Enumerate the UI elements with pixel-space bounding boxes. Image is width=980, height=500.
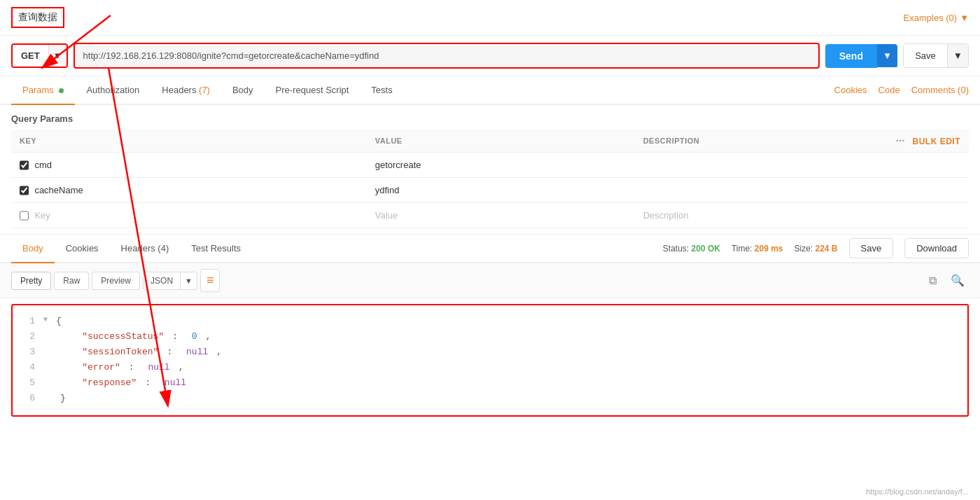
- json-line-1: 1 ▼ {: [24, 314, 956, 329]
- body-toolbar-left: Pretty Raw Preview JSON ▼ ≡: [11, 269, 220, 292]
- tab-body[interactable]: Body: [221, 76, 265, 104]
- save-button[interactable]: Save: [904, 44, 947, 67]
- col-header-key: KEY: [11, 130, 367, 153]
- chevron-down-icon: ▼: [960, 13, 969, 23]
- url-input-wrapper: [74, 43, 820, 69]
- response-bar: Body Cookies Headers (4) Test Results St…: [0, 235, 980, 263]
- json-line-4: 4 "error" : null ,: [24, 360, 956, 375]
- format-label: JSON: [144, 272, 181, 289]
- row2-key-input[interactable]: [34, 185, 358, 195]
- response-meta: Status: 200 OK Time: 209 ms Size: 224 B …: [663, 238, 969, 258]
- response-download-button[interactable]: Download: [904, 238, 969, 258]
- json-line-2: 2 "successStatus" : 0 ,: [24, 329, 956, 345]
- request-tabs-row: Params Authorization Headers (7) Body Pr…: [0, 76, 980, 105]
- row1-key-input[interactable]: [34, 160, 358, 170]
- comments-link[interactable]: Comments (0): [911, 85, 969, 95]
- url-bar: GET ▼ Send ▼ Save ▼: [0, 36, 980, 76]
- table-row-placeholder: [11, 203, 969, 228]
- url-input[interactable]: [75, 44, 818, 67]
- wrap-button[interactable]: ≡: [200, 269, 220, 292]
- query-params-title: Query Params: [11, 113, 969, 124]
- format-dropdown[interactable]: ▼: [181, 273, 197, 289]
- time-info: Time: 209 ms: [732, 244, 783, 254]
- row3-checkbox[interactable]: [20, 211, 29, 221]
- json-line-6: 6 }: [24, 391, 956, 406]
- row2-value-input[interactable]: [375, 185, 626, 195]
- cookies-link[interactable]: Cookies: [834, 85, 867, 95]
- response-tab-body[interactable]: Body: [11, 235, 55, 263]
- code-link[interactable]: Code: [878, 85, 900, 95]
- copy-icon[interactable]: ⧉: [925, 271, 941, 290]
- row1-checkbox[interactable]: [20, 160, 29, 170]
- format-select-group: JSON ▼: [143, 272, 197, 290]
- response-tab-cookies[interactable]: Cookies: [55, 235, 110, 262]
- row2-desc-input[interactable]: [643, 185, 879, 195]
- tab-tests[interactable]: Tests: [360, 76, 403, 104]
- tab-pre-request-script[interactable]: Pre-request Script: [265, 76, 360, 104]
- send-btn-group: Send ▼: [825, 44, 897, 68]
- top-bar: 查询数据 Examples (0) ▼: [0, 0, 980, 36]
- response-tab-headers[interactable]: Headers (4): [110, 235, 181, 262]
- col-header-actions: ··· Bulk Edit: [888, 130, 969, 153]
- save-btn-group: Save ▼: [903, 43, 969, 68]
- view-raw-button[interactable]: Raw: [54, 272, 89, 290]
- request-tabs-left: Params Authorization Headers (7) Body Pr…: [11, 76, 404, 104]
- time-value: 209 ms: [755, 244, 783, 254]
- row3-desc-input[interactable]: [643, 210, 879, 221]
- tab-headers[interactable]: Headers (7): [150, 76, 221, 104]
- row2-checkbox[interactable]: [20, 186, 29, 195]
- json-output: 1 ▼ { 2 "successStatus" : 0 , 3 "session…: [11, 304, 969, 417]
- send-dropdown-button[interactable]: ▼: [877, 44, 897, 67]
- method-label: GET: [13, 45, 48, 67]
- view-preview-button[interactable]: Preview: [92, 272, 140, 290]
- body-toolbar-right: ⧉ 🔍: [925, 271, 969, 290]
- row3-value-input[interactable]: [375, 210, 626, 221]
- json-line-5: 5 "response" : null: [24, 375, 956, 391]
- request-tabs-right: Cookies Code Comments (0): [834, 85, 969, 95]
- view-pretty-button[interactable]: Pretty: [11, 272, 51, 290]
- params-table: KEY VALUE DESCRIPTION ··· Bulk Edit: [11, 130, 969, 228]
- response-tabs: Body Cookies Headers (4) Test Results: [11, 235, 252, 262]
- method-dropdown-btn[interactable]: ▼: [48, 45, 66, 67]
- body-toolbar: Pretty Raw Preview JSON ▼ ≡ ⧉ 🔍: [0, 263, 980, 298]
- send-button[interactable]: Send: [825, 44, 877, 68]
- col-header-description: DESCRIPTION: [635, 130, 888, 153]
- page-title: 查询数据: [11, 7, 64, 28]
- tab-authorization[interactable]: Authorization: [75, 76, 150, 104]
- status-info: Status: 200 OK: [663, 244, 720, 254]
- tab-params[interactable]: Params: [11, 76, 75, 105]
- json-line-3: 3 "sessionToken" : null ,: [24, 345, 956, 360]
- method-select[interactable]: GET ▼: [11, 43, 68, 68]
- row1-value-input[interactable]: [375, 160, 626, 170]
- row1-desc-input[interactable]: [643, 160, 879, 170]
- examples-link[interactable]: Examples (0) ▼: [904, 13, 969, 23]
- status-value: 200 OK: [692, 244, 720, 254]
- query-params-section: Query Params KEY VALUE DESCRIPTION ··· B…: [0, 105, 980, 228]
- table-row: [11, 178, 969, 203]
- save-dropdown-button[interactable]: ▼: [947, 44, 968, 67]
- size-info: Size: 224 B: [794, 244, 837, 254]
- response-save-button[interactable]: Save: [849, 238, 894, 258]
- table-row: [11, 153, 969, 178]
- more-button[interactable]: ···: [896, 135, 905, 146]
- col-header-value: VALUE: [367, 130, 635, 153]
- params-active-dot: [59, 88, 64, 93]
- bulk-edit-link[interactable]: Bulk Edit: [912, 137, 960, 146]
- response-tab-test-results[interactable]: Test Results: [180, 235, 252, 262]
- row3-key-input[interactable]: [34, 210, 358, 221]
- search-icon[interactable]: 🔍: [946, 271, 969, 290]
- size-value: 224 B: [816, 244, 838, 254]
